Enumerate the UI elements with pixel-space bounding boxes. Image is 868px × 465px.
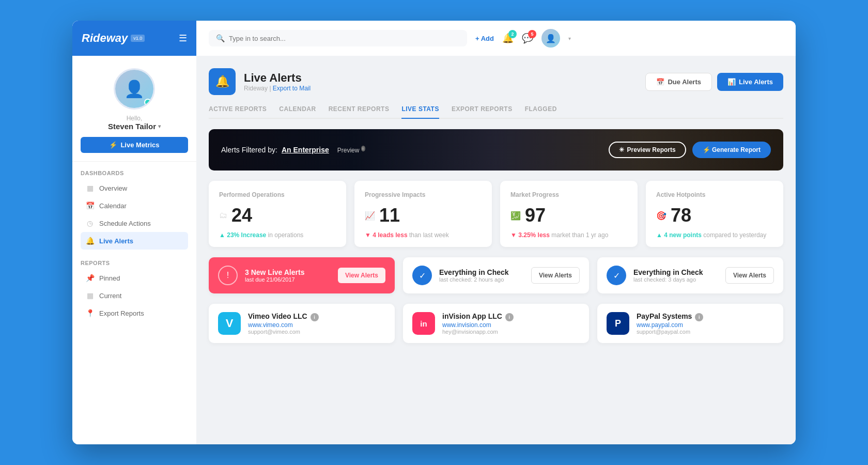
stat-value-wrap-1: 📈 11: [365, 205, 482, 226]
live-alerts-button[interactable]: 📊 Live Alerts: [717, 73, 783, 91]
preview-reports-button[interactable]: ✳ Preview Reports: [609, 142, 686, 158]
alert-subtitle-1: last checked: 2 hours ago: [439, 276, 524, 283]
paypal-url[interactable]: www.paypal.com: [637, 321, 703, 329]
stat-icon-1: 📈: [365, 211, 375, 221]
info-icon-vimeo: i: [311, 313, 319, 321]
info-icon-paypal: i: [695, 313, 703, 321]
pin-icon: 📌: [86, 274, 94, 282]
alert-title-2: Everything in Check: [633, 268, 718, 276]
alert-content-1: Everything in Check last checked: 2 hour…: [439, 268, 524, 283]
user-name[interactable]: Steven Tailor ▾: [108, 122, 161, 131]
invision-info: inVision App LLC i www.invision.com hey@…: [442, 312, 514, 335]
tab-recent-reports[interactable]: RECENT REPORTS: [329, 105, 390, 119]
search-wrap: 🔍: [209, 30, 467, 47]
stat-value-wrap-2: 💹 97: [510, 205, 627, 226]
navigation-tabs: ACTIVE REPORTS CALENDAR RECENT REPORTS L…: [209, 105, 783, 119]
stat-change-2: ▼ 3.25% less market than 1 yr ago: [510, 231, 627, 239]
dashboards-section: Dashboards ▦ Overview 📅 Calendar ◷ Sched…: [72, 162, 196, 252]
search-input[interactable]: [229, 35, 460, 42]
version-badge: v1.0: [131, 35, 145, 42]
sidebar-item-current[interactable]: ▦ Current: [81, 287, 188, 304]
sidebar-item-live-alerts[interactable]: 🔔 Live Alerts: [81, 232, 188, 250]
view-alerts-button-2[interactable]: View Alerts: [725, 267, 774, 284]
stats-grid: Performed Operations 🗂 24 ▲ 23% Increase…: [209, 181, 783, 247]
vimeo-url[interactable]: www.vimeo.com: [248, 321, 319, 329]
stat-card-progressive-impacts: Progressive Impacts 📈 11 ▼ 4 leads less …: [354, 181, 492, 247]
tab-active-reports[interactable]: ACTIVE REPORTS: [209, 105, 267, 119]
tab-export-reports[interactable]: EXPORT REPORTS: [452, 105, 513, 119]
vimeo-logo: V: [218, 312, 241, 335]
alert-warning-icon: !: [218, 266, 238, 285]
location-icon: 📍: [86, 309, 94, 317]
stat-icon-0: 🗂: [219, 211, 227, 220]
sidebar-header: Rideway v1.0 ☰: [72, 21, 196, 56]
company-card-vimeo: V Vimeo Video LLC i www.vimeo.com suppor…: [209, 304, 395, 343]
sidebar-item-export-reports[interactable]: 📍 Export Reports: [81, 304, 188, 322]
calendar-icon: 📅: [86, 202, 94, 210]
filter-value[interactable]: An Enterprise: [282, 146, 329, 154]
alert-title-0: 3 New Live Alerts: [245, 268, 331, 276]
stat-value-2: 97: [525, 205, 546, 226]
sidebar-item-pinned[interactable]: 📌 Pinned: [81, 269, 188, 287]
tab-calendar[interactable]: CALENDAR: [279, 105, 316, 119]
page-title-wrap: Live Alerts Rideway | Export to Mail: [244, 71, 311, 92]
grid-icon: ▦: [86, 184, 94, 192]
tab-flagged[interactable]: FLAGGED: [525, 105, 557, 119]
stat-card-active-hotpoints: Active Hotpoints 🎯 78 ▲ 4 new points com…: [646, 181, 783, 247]
sidebar-item-schedule-actions[interactable]: ◷ Schedule Actions: [81, 214, 188, 232]
generate-report-button[interactable]: ⚡ Generate Report: [692, 142, 771, 158]
chart-icon: 📊: [727, 78, 736, 86]
alert-subtitle-0: last due 21/06/2017: [245, 276, 331, 283]
stat-value-wrap-0: 🗂 24: [219, 205, 336, 226]
notifications-button[interactable]: 🔔 2: [502, 33, 514, 44]
stat-value-wrap-3: 🎯 78: [656, 205, 773, 226]
page-title: Live Alerts: [244, 71, 311, 85]
stat-value-3: 78: [671, 205, 691, 226]
view-alerts-button-1[interactable]: View Alerts: [531, 267, 580, 284]
stat-label-1: Progressive Impacts: [365, 191, 482, 198]
avatar: 👤: [114, 68, 155, 110]
vimeo-info: Vimeo Video LLC i www.vimeo.com support@…: [248, 312, 319, 335]
alert-content-0: 3 New Live Alerts last due 21/06/2017: [245, 268, 331, 283]
app-logo: Rideway: [82, 32, 128, 45]
topbar-right: + Add 🔔 2 💬 5 👤 ▾: [475, 29, 571, 48]
tab-live-stats[interactable]: LIVE STATS: [401, 105, 439, 119]
company-card-invision: in inVision App LLC i www.invision.com h…: [403, 304, 589, 343]
due-alerts-button[interactable]: 📅 Due Alerts: [645, 73, 712, 91]
view-alerts-button-0[interactable]: View Alerts: [338, 268, 385, 283]
banner-preview-label: Preview i: [337, 146, 365, 154]
invision-logo: in: [412, 312, 435, 335]
stat-icon-3: 🎯: [656, 211, 667, 221]
stat-card-performed-operations: Performed Operations 🗂 24 ▲ 23% Increase…: [209, 181, 346, 247]
content-area: 🔔 Live Alerts Rideway | Export to Mail 📅: [196, 56, 796, 444]
messages-button[interactable]: 💬 5: [522, 33, 533, 44]
export-to-mail-link[interactable]: Export to Mail: [273, 85, 311, 92]
sidebar: Rideway v1.0 ☰ 👤 Hello, Steven Tailor ▾ …: [72, 21, 196, 444]
alert-subtitle-2: last checked: 3 days ago: [633, 276, 718, 283]
sidebar-item-calendar[interactable]: 📅 Calendar: [81, 197, 188, 214]
page-subtitle: Rideway | Export to Mail: [244, 85, 311, 92]
topbar-chevron-icon[interactable]: ▾: [568, 36, 571, 41]
topbar-avatar[interactable]: 👤: [541, 29, 560, 48]
message-badge: 5: [528, 30, 536, 38]
reports-section: Reports 📌 Pinned ▦ Current 📍 Export Repo…: [72, 252, 196, 324]
online-indicator: [144, 99, 151, 106]
bell-icon: 🔔: [86, 237, 94, 245]
vimeo-name: Vimeo Video LLC i: [248, 312, 319, 321]
companies-grid: V Vimeo Video LLC i www.vimeo.com suppor…: [209, 304, 783, 343]
alert-ok-icon-2: ✓: [607, 266, 626, 285]
invision-url[interactable]: www.invision.com: [442, 321, 514, 329]
topbar: 🔍 + Add 🔔 2 💬 5 👤 ▾: [196, 21, 796, 56]
stat-card-market-progress: Market Progress 💹 97 ▼ 3.25% less market…: [500, 181, 638, 247]
lightning-icon: ⚡: [109, 141, 117, 149]
add-button[interactable]: + Add: [475, 35, 494, 42]
user-profile: 👤 Hello, Steven Tailor ▾ ⚡ Live Metrics: [72, 56, 196, 162]
live-metrics-button[interactable]: ⚡ Live Metrics: [81, 137, 188, 153]
alert-card-ok-1: ✓ Everything in Check last checked: 2 ho…: [403, 257, 589, 293]
sidebar-item-overview[interactable]: ▦ Overview: [81, 179, 188, 197]
menu-icon[interactable]: ☰: [179, 33, 187, 44]
page-header-left: 🔔 Live Alerts Rideway | Export to Mail: [209, 68, 311, 95]
alert-card-warning: ! 3 New Live Alerts last due 21/06/2017 …: [209, 257, 395, 293]
page-icon: 🔔: [209, 68, 236, 95]
alert-card-ok-2: ✓ Everything in Check last checked: 3 da…: [597, 257, 783, 293]
